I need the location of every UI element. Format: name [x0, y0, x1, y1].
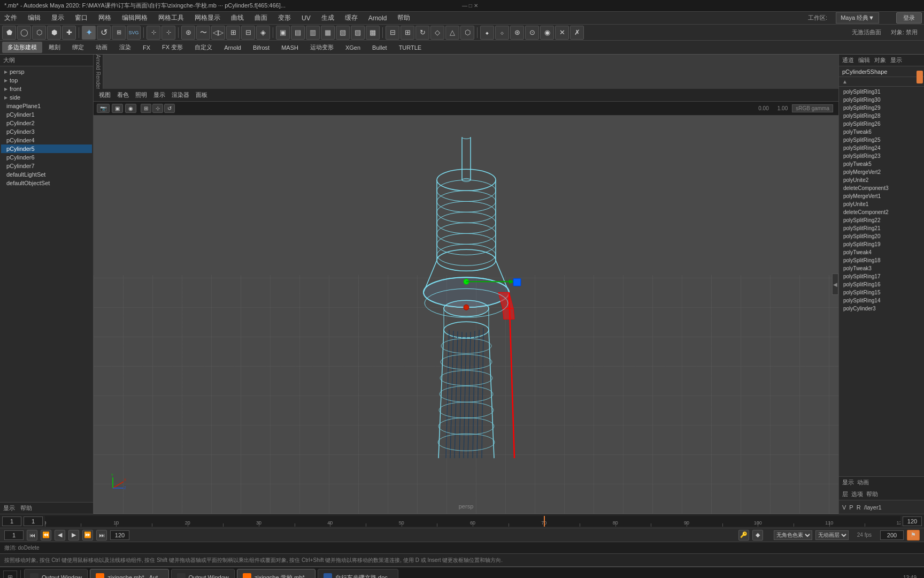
- tool-rotate-icon[interactable]: ↺: [97, 26, 111, 40]
- taskbar-maya2[interactable]: zixingche-学校.mb*...: [237, 569, 315, 578]
- menu-arnold[interactable]: Arnold: [366, 13, 389, 23]
- tool-wrap[interactable]: ⊟: [241, 26, 255, 40]
- timeline-start-frame[interactable]: [2, 516, 21, 526]
- channel-item[interactable]: polySplitRing29: [840, 104, 923, 112]
- channel-item[interactable]: polyUnite2: [840, 176, 923, 184]
- channel-item[interactable]: polySplitRing30: [840, 96, 923, 104]
- tool-poke[interactable]: ◇: [430, 26, 444, 40]
- vp-snap-btn[interactable]: ⊹: [152, 104, 163, 113]
- color-mode-select[interactable]: 无角色色素: [774, 530, 812, 540]
- channel-item[interactable]: polySplitRing31: [840, 88, 923, 96]
- channel-item[interactable]: polySplitRing20: [840, 232, 923, 240]
- tool-sculpt[interactable]: ⊛: [510, 26, 524, 40]
- time-ruler[interactable]: 0102030405060708090100110120: [45, 516, 900, 527]
- menu-display[interactable]: 显示: [49, 12, 66, 24]
- breakdown-btn[interactable]: ◆: [752, 530, 763, 541]
- taskbar-output1[interactable]: Output Window: [24, 569, 88, 578]
- vp-menu-panel[interactable]: 面板: [194, 90, 210, 100]
- vp-gamma-btn[interactable]: sRGB gamma: [792, 104, 833, 112]
- outliner-item[interactable]: ▶front: [1, 85, 92, 93]
- tool-append[interactable]: ⬥: [480, 26, 494, 40]
- vp-wireframe-btn[interactable]: ▣: [112, 104, 123, 113]
- mode-anim[interactable]: 动画: [90, 42, 113, 53]
- channel-item[interactable]: polySplitRing14: [840, 296, 923, 305]
- left-help-label[interactable]: 帮助: [20, 504, 32, 512]
- outliner-item[interactable]: pCylinder1: [1, 110, 92, 119]
- channel-item[interactable]: polySplitRing25: [840, 136, 923, 144]
- channel-item[interactable]: polyTweak4: [840, 248, 923, 256]
- tool-svd[interactable]: SVG: [127, 26, 141, 40]
- jump-end-btn[interactable]: ⏭: [96, 530, 107, 541]
- outliner-item[interactable]: pCylinder5: [1, 144, 92, 153]
- channel-item[interactable]: polySplitRing18: [840, 256, 923, 264]
- menu-file[interactable]: 文件: [2, 12, 19, 24]
- mode-motion[interactable]: 运动变形: [305, 42, 339, 53]
- range-end[interactable]: [110, 530, 129, 540]
- tool-bridge[interactable]: ▥: [306, 26, 320, 40]
- rp-bottom-anim[interactable]: 动画: [857, 478, 869, 486]
- rp-display-label[interactable]: 显示: [890, 56, 902, 64]
- tool-x[interactable]: ✕: [555, 26, 569, 40]
- play-back-btn[interactable]: ◀: [55, 530, 65, 541]
- tool-loop[interactable]: ⊞: [401, 26, 414, 40]
- channel-item[interactable]: polySplitRing19: [840, 240, 923, 248]
- rp-bottom-display[interactable]: 显示: [842, 478, 854, 486]
- rp-edit-label[interactable]: 编辑: [858, 56, 870, 64]
- channel-item[interactable]: polySplitRing22: [840, 216, 923, 224]
- layer-p[interactable]: P: [849, 504, 853, 511]
- mode-mash[interactable]: MASH: [276, 43, 304, 52]
- menu-help[interactable]: 帮助: [395, 12, 412, 24]
- rp-help-label[interactable]: 帮助: [866, 490, 878, 498]
- snap-grid[interactable]: ⊹: [147, 26, 160, 40]
- channel-item[interactable]: deleteComponent3: [840, 184, 923, 192]
- timeline-current-display[interactable]: [24, 516, 43, 526]
- login-button[interactable]: 登录: [896, 12, 922, 24]
- tool-magnet[interactable]: ⊛: [181, 26, 195, 40]
- tool-paint[interactable]: ⬡: [32, 26, 46, 40]
- vp-menu-display[interactable]: 显示: [151, 90, 167, 100]
- vp-shading-btn[interactable]: ◉: [125, 104, 136, 113]
- channel-box[interactable]: polySplitRing31polySplitRing30polySplitR…: [839, 87, 924, 476]
- tool-merge[interactable]: ▦: [321, 26, 335, 40]
- tool-edge[interactable]: ⊟: [386, 26, 399, 40]
- mode-arnold[interactable]: Arnold: [219, 43, 247, 52]
- right-panel-collapse[interactable]: ◀: [832, 273, 838, 295]
- tool-lasso[interactable]: ◯: [17, 26, 31, 40]
- channel-item[interactable]: polyCylinder3: [840, 305, 923, 313]
- mode-sculpt[interactable]: 雕刻: [43, 42, 66, 53]
- tool-wedge[interactable]: △: [445, 26, 459, 40]
- channel-item[interactable]: polySplitRing21: [840, 224, 923, 232]
- tool-mirror[interactable]: ◁▷: [211, 26, 225, 40]
- play-fwd-btn[interactable]: ▶: [68, 530, 79, 541]
- tool-move-icon[interactable]: ✦: [82, 26, 96, 40]
- menu-edit[interactable]: 编辑: [26, 12, 43, 24]
- channel-item[interactable]: polySplitRing15: [840, 288, 923, 296]
- key-btn[interactable]: 🔑: [738, 530, 749, 541]
- channel-item[interactable]: polySplitRing17: [840, 272, 923, 280]
- rp-object-label[interactable]: 对象: [874, 56, 886, 64]
- channel-item[interactable]: polySplitRing16: [840, 280, 923, 288]
- step-back-btn[interactable]: ⏪: [41, 530, 51, 541]
- channel-item[interactable]: polySplitRing26: [840, 120, 923, 128]
- vp-camera-btn[interactable]: 📷: [97, 104, 110, 113]
- tool-create-poly[interactable]: ⬦: [495, 26, 509, 40]
- time-cursor[interactable]: [544, 516, 545, 527]
- channel-item[interactable]: polyMergeVert2: [840, 168, 923, 176]
- vp-menu-renderer[interactable]: 渲染器: [170, 90, 191, 100]
- layer-v[interactable]: V: [842, 504, 846, 511]
- mode-render[interactable]: 渲染: [114, 42, 136, 53]
- step-fwd-btn[interactable]: ⏩: [82, 530, 93, 541]
- channel-item[interactable]: polySplitRing24: [840, 144, 923, 152]
- channel-item[interactable]: polyTweak3: [840, 264, 923, 272]
- mode-bullet[interactable]: Bullet: [367, 43, 392, 52]
- outliner-item[interactable]: pCylinder3: [1, 127, 92, 136]
- tool-y[interactable]: ✗: [570, 26, 584, 40]
- mode-xgen[interactable]: XGen: [340, 43, 366, 52]
- outliner-item[interactable]: pCylinder7: [1, 162, 92, 170]
- mode-fx-deform[interactable]: FX 变形: [157, 42, 188, 53]
- outliner-item[interactable]: defaultObjectSet: [1, 179, 92, 187]
- menu-mesh-tools[interactable]: 网格工具: [156, 12, 186, 24]
- tool-target[interactable]: ▧: [336, 26, 350, 40]
- outliner-item[interactable]: ▶persp: [1, 67, 92, 76]
- rp-layer-label[interactable]: 层: [842, 490, 848, 498]
